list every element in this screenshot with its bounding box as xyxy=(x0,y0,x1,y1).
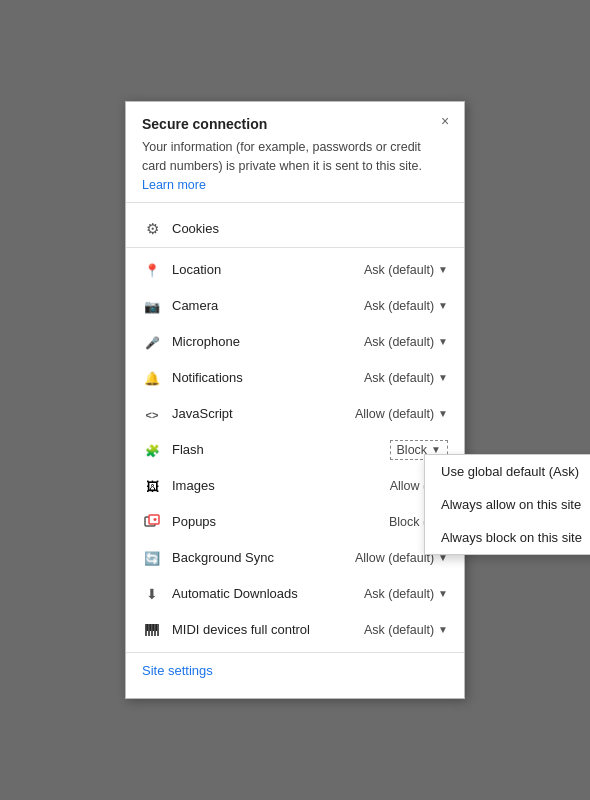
panel-body: Cookies Location Ask (default) ▼ Camera … xyxy=(126,203,464,698)
learn-more-link[interactable]: Learn more xyxy=(142,178,206,192)
camera-arrow: ▼ xyxy=(438,300,448,311)
automatic-downloads-arrow: ▼ xyxy=(438,588,448,599)
background-sync-icon xyxy=(142,548,162,568)
svg-rect-10 xyxy=(150,624,152,631)
cookies-icon xyxy=(142,219,162,239)
automatic-downloads-row: Automatic Downloads Ask (default) ▼ xyxy=(126,576,464,612)
panel-header: Secure connection Your information (for … xyxy=(126,102,464,203)
secure-connection-panel: Secure connection Your information (for … xyxy=(125,101,465,699)
popups-label: Popups xyxy=(172,514,389,529)
flash-icon xyxy=(142,440,162,460)
popups-svg xyxy=(144,514,160,530)
flash-label: Flash xyxy=(172,442,390,457)
javascript-icon xyxy=(142,404,162,424)
flash-option-global-default[interactable]: Use global default (Ask) xyxy=(425,455,590,488)
javascript-arrow: ▼ xyxy=(438,408,448,419)
flash-row: Flash Block ▼ Use global default (Ask) A… xyxy=(126,432,464,468)
svg-rect-9 xyxy=(147,624,149,631)
flash-option-always-allow[interactable]: Always allow on this site xyxy=(425,488,590,521)
microphone-icon xyxy=(142,332,162,352)
microphone-label: Microphone xyxy=(172,334,364,349)
cookies-row: Cookies xyxy=(126,211,464,243)
microphone-arrow: ▼ xyxy=(438,336,448,347)
images-label: Images xyxy=(172,478,390,493)
site-settings-link[interactable]: Site settings xyxy=(126,652,464,690)
midi-arrow: ▼ xyxy=(438,624,448,635)
notifications-label: Notifications xyxy=(172,370,364,385)
microphone-row: Microphone Ask (default) ▼ xyxy=(126,324,464,360)
cookies-label: Cookies xyxy=(172,221,448,236)
javascript-value: Allow (default) xyxy=(355,407,434,421)
automatic-downloads-control[interactable]: Ask (default) ▼ xyxy=(364,587,448,601)
location-row: Location Ask (default) ▼ xyxy=(126,252,464,288)
flash-dropdown-popup: Use global default (Ask) Always allow on… xyxy=(424,454,590,555)
automatic-downloads-value: Ask (default) xyxy=(364,587,434,601)
notifications-icon xyxy=(142,368,162,388)
close-button[interactable]: × xyxy=(436,112,454,130)
midi-value: Ask (default) xyxy=(364,623,434,637)
svg-rect-12 xyxy=(156,624,158,631)
location-arrow: ▼ xyxy=(438,264,448,275)
location-value: Ask (default) xyxy=(364,263,434,277)
flash-value: Block xyxy=(397,443,428,457)
location-label: Location xyxy=(172,262,364,277)
popups-row: Popups Block (d ▼ xyxy=(126,504,464,540)
popups-icon xyxy=(142,512,162,532)
background-sync-label: Background Sync xyxy=(172,550,355,565)
flash-option-always-block[interactable]: Always block on this site xyxy=(425,521,590,554)
midi-icon xyxy=(142,620,162,640)
panel-title: Secure connection xyxy=(142,116,448,132)
camera-row: Camera Ask (default) ▼ xyxy=(126,288,464,324)
camera-value: Ask (default) xyxy=(364,299,434,313)
images-icon xyxy=(142,476,162,496)
microphone-control[interactable]: Ask (default) ▼ xyxy=(364,335,448,349)
svg-rect-8 xyxy=(157,624,159,636)
midi-label: MIDI devices full control xyxy=(172,622,364,637)
svg-rect-11 xyxy=(153,624,155,631)
panel-description: Your information (for example, passwords… xyxy=(142,138,448,176)
automatic-downloads-icon xyxy=(142,584,162,604)
camera-control[interactable]: Ask (default) ▼ xyxy=(364,299,448,313)
microphone-value: Ask (default) xyxy=(364,335,434,349)
notifications-control[interactable]: Ask (default) ▼ xyxy=(364,371,448,385)
camera-label: Camera xyxy=(172,298,364,313)
background-sync-row: Background Sync Allow (default) ▼ xyxy=(126,540,464,576)
automatic-downloads-label: Automatic Downloads xyxy=(172,586,364,601)
notifications-row: Notifications Ask (default) ▼ xyxy=(126,360,464,396)
camera-icon xyxy=(142,296,162,316)
javascript-control[interactable]: Allow (default) ▼ xyxy=(355,407,448,421)
javascript-label: JavaScript xyxy=(172,406,355,421)
midi-control[interactable]: Ask (default) ▼ xyxy=(364,623,448,637)
notifications-value: Ask (default) xyxy=(364,371,434,385)
location-control[interactable]: Ask (default) ▼ xyxy=(364,263,448,277)
location-icon xyxy=(142,260,162,280)
notifications-arrow: ▼ xyxy=(438,372,448,383)
javascript-row: JavaScript Allow (default) ▼ xyxy=(126,396,464,432)
midi-row: MIDI devices full control Ask (default) … xyxy=(126,612,464,648)
images-row: Images Allow (d ▼ xyxy=(126,468,464,504)
background-sync-value: Allow (default) xyxy=(355,551,434,565)
divider xyxy=(126,247,464,248)
midi-svg xyxy=(144,622,160,638)
